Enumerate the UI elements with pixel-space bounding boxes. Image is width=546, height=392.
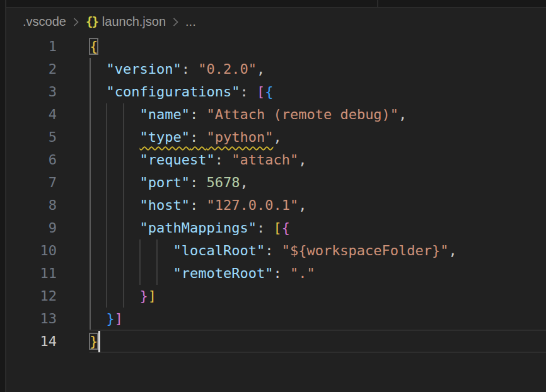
code-token	[90, 265, 173, 281]
code-line[interactable]: 11 "remoteRoot": "."	[0, 262, 546, 285]
code-line-text: }	[90, 330, 98, 353]
editor-left-edge	[0, 0, 6, 392]
breadcrumb-item-folder[interactable]: .vscode	[23, 14, 66, 29]
line-number[interactable]: 6	[0, 149, 57, 171]
code-token: ,	[298, 197, 306, 213]
code-line[interactable]: 14}	[0, 330, 546, 353]
code-token	[90, 311, 107, 326]
chevron-right-icon	[73, 16, 79, 28]
code-token	[90, 129, 139, 145]
line-number[interactable]: 11	[0, 262, 57, 285]
code-line-text: "version": "0.2.0",	[90, 58, 265, 81]
code-token: :	[182, 61, 199, 77]
code-token: :	[190, 175, 207, 190]
line-number[interactable]: 10	[0, 239, 57, 262]
code-token: :	[265, 243, 282, 258]
code-token: }	[90, 333, 98, 349]
editor-code-area[interactable]: 1{2 "version": "0.2.0",3 "configurations…	[0, 35, 546, 392]
code-token	[90, 220, 139, 236]
code-token	[90, 152, 139, 168]
code-token: :	[190, 197, 207, 213]
code-token: "port"	[139, 175, 189, 190]
code-token	[90, 175, 139, 190]
code-token	[90, 84, 107, 100]
code-line-text: "remoteRoot": "."	[90, 262, 315, 285]
code-token: "pathMappings"	[139, 220, 256, 236]
code-line[interactable]: 13 }]	[0, 308, 546, 330]
line-number[interactable]: 4	[0, 103, 57, 126]
line-number[interactable]: 8	[0, 194, 57, 217]
code-token: "request"	[139, 152, 214, 168]
code-line-text: }]	[90, 308, 123, 330]
code-line[interactable]: 1{	[0, 35, 546, 58]
line-number[interactable]: 1	[0, 35, 57, 58]
code-token: "${workspaceFolder}"	[282, 243, 449, 258]
code-line[interactable]: 9 "pathMappings": [{	[0, 217, 546, 239]
code-token: :	[240, 84, 257, 100]
code-token: ]	[115, 311, 123, 326]
code-line-text: "name": "Attach (remote debug)",	[90, 103, 407, 126]
code-line-text: "host": "127.0.0.1",	[90, 194, 306, 217]
text-cursor	[98, 331, 100, 352]
code-line[interactable]: 8 "host": "127.0.0.1",	[0, 194, 546, 217]
breadcrumb-item-symbols[interactable]: ...	[185, 14, 196, 29]
line-number[interactable]: 14	[0, 330, 57, 353]
line-number[interactable]: 5	[0, 126, 57, 149]
code-token: "."	[290, 265, 315, 281]
code-line-text: "port": 5678,	[90, 171, 248, 194]
code-line-text: "localRoot": "${workspaceFolder}",	[90, 239, 457, 262]
code-token: ,	[240, 175, 248, 190]
code-token	[90, 107, 139, 122]
line-number[interactable]: 12	[0, 285, 57, 308]
code-token: "host"	[139, 197, 189, 213]
tab-divider	[377, 0, 378, 7]
code-line[interactable]: 6 "request": "attach",	[0, 149, 546, 171]
line-number[interactable]: 2	[0, 58, 57, 81]
line-number[interactable]: 3	[0, 81, 57, 103]
code-token: "python"	[206, 129, 273, 145]
code-token: {	[282, 220, 290, 236]
code-token: "localRoot"	[173, 243, 265, 258]
code-token: "version"	[107, 61, 182, 77]
code-token	[90, 243, 173, 258]
code-token: :	[273, 265, 290, 281]
code-token	[90, 61, 107, 77]
code-line-text: "type": "python",	[90, 126, 282, 149]
line-number[interactable]: 9	[0, 217, 57, 239]
warning-squiggle: "type": "python"	[139, 129, 273, 145]
code-token: "Attach (remote debug)"	[206, 107, 398, 122]
code-token: "name"	[139, 107, 189, 122]
code-line[interactable]: 2 "version": "0.2.0",	[0, 58, 546, 81]
breadcrumb-item-file[interactable]: {} launch.json	[86, 14, 166, 29]
code-line-text: "configurations": [{	[90, 81, 273, 103]
code-line[interactable]: 12 }]	[0, 285, 546, 308]
code-line[interactable]: 3 "configurations": [{	[0, 81, 546, 103]
code-line[interactable]: 5 "type": "python",	[0, 126, 546, 149]
code-token: [	[273, 220, 281, 236]
code-line[interactable]: 7 "port": 5678,	[0, 171, 546, 194]
code-token: }	[139, 288, 148, 304]
code-line[interactable]: 4 "name": "Attach (remote debug)",	[0, 103, 546, 126]
code-token: "127.0.0.1"	[206, 197, 298, 213]
code-token: "configurations"	[107, 84, 240, 100]
breadcrumb-file-label: launch.json	[102, 14, 166, 29]
code-token: {	[90, 38, 98, 54]
code-line[interactable]: 10 "localRoot": "${workspaceFolder}",	[0, 239, 546, 262]
code-token: ,	[273, 129, 281, 145]
code-token: ,	[298, 152, 306, 168]
code-line-text: }]	[90, 285, 156, 308]
breadcrumb: .vscode {} launch.json ...	[23, 8, 196, 35]
code-token: ,	[257, 61, 265, 77]
line-number[interactable]: 7	[0, 171, 57, 194]
code-token: 5678	[206, 175, 240, 190]
code-token	[90, 197, 139, 213]
tab-bar-edge	[0, 0, 546, 8]
code-token: :	[190, 129, 207, 145]
code-line-text: "pathMappings": [{	[90, 217, 290, 239]
code-line-text: "request": "attach",	[90, 149, 306, 171]
code-token: :	[257, 220, 274, 236]
line-number[interactable]: 13	[0, 308, 57, 330]
code-token	[90, 288, 139, 304]
code-token: "attach"	[231, 152, 298, 168]
code-line-text: {	[90, 35, 98, 58]
